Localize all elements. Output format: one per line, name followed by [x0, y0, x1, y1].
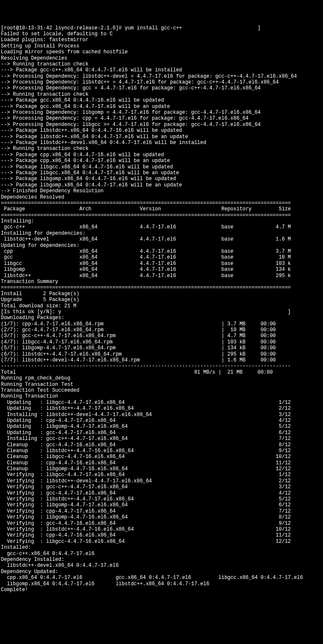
dash-line: ----------------------------------------…: [1, 363, 323, 369]
output-line: ---> Package libgomp.x86_64 0:4.4.7-16.e…: [1, 176, 323, 182]
dep-installed-line: libstdc++-devel.x86_64 0:4.4.7-17.el6: [1, 563, 323, 568]
transaction-step: Verifying : gcc-4.4.7-17.el6.x86_64 4/12: [1, 490, 323, 496]
table-row: libstdc++-devel x86_64 4.4.7-17.el6 base…: [1, 236, 323, 242]
total-line: Total 81 MB/s | 21 MB 00:00: [1, 369, 323, 375]
download-line: (7/7): libstdc++-devel-4.4.7-17.el6.x86_…: [1, 357, 323, 363]
transaction-step: Verifying : cpp-4.4.7-16.el6.x86_64 11/1…: [1, 532, 323, 538]
table-row: libgomp x86_64 4.4.7-17.el6 base 134 k: [1, 267, 323, 272]
dep-updated-line: libgomp.x86_64 0:4.4.7-17.el6 libstdc++.…: [1, 581, 323, 587]
output-line: --> Running transaction check: [1, 146, 323, 152]
summary-line: Install 2 Package(s): [1, 291, 323, 297]
output-line: Dependencies Resolved: [1, 194, 323, 200]
table-row: gcc-c++ x86_64 4.4.7-17.el6 base 4.7 M: [1, 224, 323, 230]
transaction-step: Updating : gcc-4.4.7-17.el6.x86_64 6/12: [1, 430, 323, 436]
dep-updated-title: Dependency Updated:: [1, 569, 323, 575]
output-line: Resolving Dependencies: [1, 55, 323, 61]
output-line: Running Transaction Test: [1, 382, 323, 387]
output-line: ---> Package libstdc++.x86_64 0:4.4.7-17…: [1, 134, 323, 140]
output-line: Transaction Test Succeeded: [1, 387, 323, 393]
transaction-step: Cleanup : libgcc-4.4.7-16.el6.x86_64 10/…: [1, 454, 323, 460]
transaction-step: Cleanup : libgomp-4.4.7-16.el6.x86_64 12…: [1, 466, 323, 472]
table-row: libstdc++ x86_64 4.4.7-17.el6 base 295 k: [1, 273, 323, 279]
output-line: ---> Package gcc.x86_64 0:4.4.7-16.el6 w…: [1, 97, 323, 103]
output-line: ---> Package libgcc.x86_64 0:4.4.7-16.el…: [1, 164, 323, 170]
output-line: --> Processing Dependency: libstdc++-dev…: [1, 73, 323, 79]
dep-updated-line: cpp.x86_64 0:4.4.7-17.el6 gcc.x86_64 0:4…: [1, 575, 323, 581]
output-line: --> Finished Dependency Resolution: [1, 188, 323, 194]
output-line: Running rpm_check_debug: [1, 375, 323, 381]
transaction-step: Installing : libstdc++-devel-4.4.7-17.el…: [1, 412, 323, 418]
shell-prompt[interactable]: [root@10-13-31-42 lsyncd-release-2.1.6]#…: [1, 25, 323, 31]
output-line: ---> Package cpp.x86_64 0:4.4.7-16.el6 w…: [1, 152, 323, 158]
transaction-step: Updating : libgomp-4.4.7-17.el6.x86_64 5…: [1, 424, 323, 429]
transaction-step: Verifying : cpp-4.4.7-17.el6.x86_64 7/12: [1, 508, 323, 514]
installed-title: Installed:: [1, 545, 323, 550]
output-line: --> Running transaction check: [1, 92, 323, 97]
output-line: --> Processing Dependency: libstdc++ = 4…: [1, 79, 323, 85]
table-row: libgcc x86_64 4.4.7-17.el6 base 103 k: [1, 261, 323, 267]
output-line: Running Transaction: [1, 393, 323, 399]
output-line: Setting up Install Process: [1, 43, 323, 49]
output-line: ---> Package libstdc++.x86_64 0:4.4.7-16…: [1, 128, 323, 134]
output-line: ---> Package gcc-c++.x86_64 0:4.4.7-17.e…: [1, 67, 323, 73]
transaction-step: Verifying : gcc-c++-4.4.7-17.el6.x86_64 …: [1, 484, 323, 490]
complete-line: Complete!: [1, 587, 323, 593]
transaction-step: Verifying : libgomp-4.4.7-16.el6.x86_64 …: [1, 514, 323, 520]
output-line: --> Running transaction check: [1, 61, 323, 67]
transaction-step: Updating : cpp-4.4.7-17.el6.x86_64 4/12: [1, 418, 323, 424]
output-line: --> Processing Dependency: cpp = 4.4.7-1…: [1, 115, 323, 121]
output-line: ---> Package cpp.x86_64 0:4.4.7-17.el6 w…: [1, 158, 323, 164]
transaction-summary-title: Transaction Summary: [1, 279, 323, 285]
table-row: cpp x86_64 4.4.7-17.el6 base 3.7 M: [1, 249, 323, 254]
transaction-step: Updating : libgcc-4.4.7-17.el6.x86_64 1/…: [1, 400, 323, 406]
output-line: Failed to set locale, defaulting to C: [1, 31, 323, 37]
output-line: --> Processing Dependency: gcc = 4.4.7-1…: [1, 85, 323, 91]
download-line: (6/7): libstdc++-4.4.7-17.el6.x86_64.rpm…: [1, 351, 323, 357]
table-row: gcc x86_64 4.4.7-17.el6 base 10 M: [1, 254, 323, 260]
output-line: Loading mirror speeds from cached hostfi…: [1, 49, 323, 55]
output-line: Loaded plugins: fastestmirror: [1, 37, 323, 43]
transaction-step: Cleanup : gcc-4.4.7-16.el6.x86_64 8/12: [1, 442, 323, 448]
download-line: (5/7): libgomp-4.4.7-17.el6.x86_64.rpm |…: [1, 345, 323, 351]
transaction-step: Updating : libstdc++-4.4.7-17.el6.x86_64…: [1, 406, 323, 411]
download-line: (4/7): libgcc-4.4.7-17.el6.x86_64.rpm | …: [1, 339, 323, 345]
download-line: (1/7): cpp-4.4.7-17.el6.x86_64.rpm | 3.7…: [1, 321, 323, 327]
transaction-step: Verifying : libstdc++-4.4.7-17.el6.x86_6…: [1, 496, 323, 502]
transaction-step: Verifying : libstdc++-4.4.7-16.el6.x86_6…: [1, 526, 323, 532]
section-title: Updating for dependencies:: [1, 243, 323, 249]
output-line: ---> Package libstdc++-devel.x86_64 0:4.…: [1, 140, 323, 146]
table-header: Package Arch Version Repository Size: [1, 206, 323, 212]
transaction-step: Verifying : libstdc++-devel-4.4.7-17.el6…: [1, 478, 323, 484]
section-title: Installing for dependencies:: [1, 230, 323, 236]
download-line: (2/7): gcc-4.4.7-17.el6.x86_64.rpm | 10 …: [1, 327, 323, 333]
dep-installed-title: Dependency Installed:: [1, 557, 323, 563]
separator-line: ========================================…: [1, 212, 323, 218]
transaction-step: Installing : gcc-c++-4.4.7-17.el6.x86_64…: [1, 436, 323, 442]
transaction-step: Verifying : libgomp-4.4.7-17.el6.x86_64 …: [1, 502, 323, 508]
confirm-prompt[interactable]: [Is this ok [y/N]: y ]: [1, 309, 323, 315]
download-line: (3/7): gcc-c++-4.4.7-17.el6.x86_64.rpm |…: [1, 333, 323, 339]
transaction-step: Verifying : gcc-4.4.7-16.el6.x86_64 9/12: [1, 521, 323, 526]
transaction-step: Cleanup : cpp-4.4.7-16.el6.x86_64 11/12: [1, 460, 323, 466]
total-download-size: Total download size: 21 M: [1, 303, 323, 309]
summary-line: Upgrade 5 Package(s): [1, 297, 323, 303]
transaction-step: Verifying : libgcc-4.4.7-16.el6.x86_64 1…: [1, 539, 323, 545]
downloading-title: Downloading Packages:: [1, 315, 323, 321]
output-line: --> Processing Dependency: libgcc >= 4.4…: [1, 122, 323, 128]
output-line: ---> Package libgcc.x86_64 0:4.4.7-17.el…: [1, 170, 323, 176]
transaction-step: Cleanup : libstdc++-4.4.7-16.el6.x86_64 …: [1, 448, 323, 454]
transaction-step: Verifying : libgcc-4.4.7-17.el6.x86_64 1…: [1, 472, 323, 478]
section-title: Installing:: [1, 218, 323, 224]
output-line: ---> Package gcc.x86_64 0:4.4.7-17.el6 w…: [1, 104, 323, 110]
output-line: --> Processing Dependency: libgomp = 4.4…: [1, 110, 323, 115]
separator-line: ========================================…: [1, 200, 323, 206]
output-line: ---> Package libgomp.x86_64 0:4.4.7-17.e…: [1, 182, 323, 188]
installed-line: gcc-c++.x86_64 0:4.4.7-17.el6: [1, 551, 323, 557]
terminal-output[interactable]: [root@10-13-31-42 lsyncd-release-2.1.6]#…: [1, 25, 323, 593]
separator-line: ========================================…: [1, 285, 323, 291]
